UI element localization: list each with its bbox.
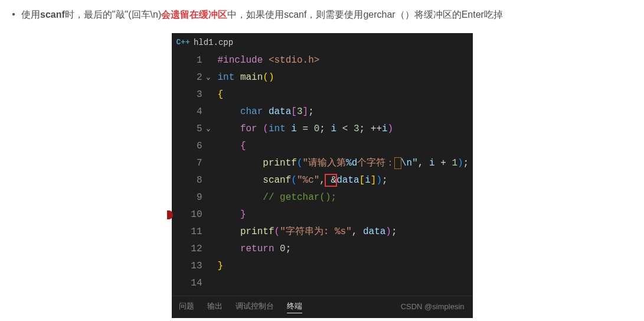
watermark: CSDN @simplesin xyxy=(401,302,465,311)
code-content[interactable]: #include <stdio.h> int main() { char dat… xyxy=(206,52,473,292)
breakpoint-marker[interactable] xyxy=(167,210,173,219)
bullet-marker: ● xyxy=(12,11,15,17)
panel-tab-terminal[interactable]: 终端 xyxy=(287,301,302,313)
code-editor: C++ hld1.cpp 1 2⌄ 3 4 5⌄ 6 7 8 9 10 11 1… xyxy=(172,33,473,318)
panel-tab-output[interactable]: 输出 xyxy=(207,301,223,313)
panel-tab-debug[interactable]: 调试控制台 xyxy=(236,301,274,313)
line-number-gutter: 1 2⌄ 3 4 5⌄ 6 7 8 9 10 11 12 13 14 xyxy=(172,52,206,292)
fold-icon[interactable]: ⌄ xyxy=(206,69,210,86)
editor-tab-bar: C++ hld1.cpp xyxy=(172,33,473,52)
file-lang-icon: C++ xyxy=(176,38,190,47)
bullet-item: ● 使用scanf时，最后的"敲"(回车\n)会遗留在缓冲区中，如果使用scan… xyxy=(0,0,644,22)
file-tab[interactable]: hld1.cpp xyxy=(194,38,233,47)
fold-icon[interactable]: ⌄ xyxy=(206,121,210,138)
highlight-box xyxy=(395,158,401,168)
bullet-text: 使用scanf时，最后的"敲"(回车\n)会遗留在缓冲区中，如果使用scanf，… xyxy=(21,7,503,22)
annotation-box: & xyxy=(325,174,336,186)
panel-tab-problems[interactable]: 问题 xyxy=(179,301,194,313)
